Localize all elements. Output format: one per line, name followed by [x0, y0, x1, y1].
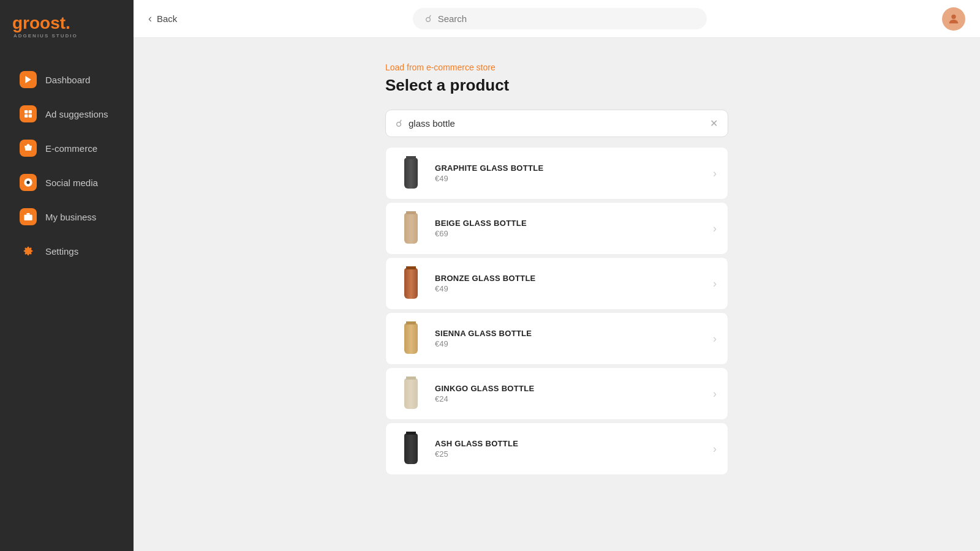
sidebar-label-my-business: My business: [45, 212, 96, 222]
load-from-store-link[interactable]: Load from e-commerce store: [385, 62, 728, 72]
sidebar-label-social-media: Social media: [45, 178, 98, 188]
nav-list: DashboardAd suggestionsE-commerceSocial …: [0, 56, 134, 551]
sidebar-label-dashboard: Dashboard: [45, 75, 90, 85]
settings-icon: [20, 242, 37, 260]
product-info-bronze: BRONZE GLASS BOTTLE€49: [435, 274, 703, 293]
svg-rect-1: [24, 110, 28, 113]
product-search-box: ☌ ✕: [385, 110, 728, 137]
header: ‹ Back ☌: [134, 0, 980, 38]
product-list: GRAPHITE GLASS BOTTLE€49›BEIGE GLASS BOT…: [385, 147, 728, 475]
header-search-input[interactable]: [438, 13, 695, 24]
logo-text: groost.: [12, 15, 121, 32]
product-name-beige: BEIGE GLASS BOTTLE: [435, 219, 703, 228]
back-label: Back: [157, 13, 177, 24]
product-info-sienna: SIENNA GLASS BOTTLE€49: [435, 329, 703, 348]
svg-rect-2: [29, 110, 32, 113]
product-info-beige: BEIGE GLASS BOTTLE€69: [435, 219, 703, 238]
product-price-graphite: €49: [435, 174, 703, 183]
product-item-bronze[interactable]: BRONZE GLASS BOTTLE€49›: [385, 257, 728, 310]
svg-point-8: [951, 14, 956, 18]
product-chevron-bronze: ›: [713, 277, 717, 290]
product-thumb-sienna: [397, 321, 425, 356]
svg-rect-4: [29, 114, 32, 118]
my-business-icon: [20, 208, 37, 225]
product-price-sienna: €49: [435, 339, 703, 348]
product-chevron-sienna: ›: [713, 332, 717, 345]
product-thumb-beige: [397, 211, 425, 246]
product-item-ash[interactable]: ASH GLASS BOTTLE€25›: [385, 422, 728, 475]
sidebar: groost. ADGENIUS STUDIO DashboardAd sugg…: [0, 0, 134, 551]
svg-marker-0: [25, 76, 31, 83]
product-item-sienna[interactable]: SIENNA GLASS BOTTLE€49›: [385, 312, 728, 365]
product-thumb-bronze: [397, 266, 425, 301]
content-inner: Load from e-commerce store Select a prod…: [385, 62, 728, 527]
svg-rect-6: [24, 215, 32, 220]
e-commerce-icon: [20, 140, 37, 157]
product-chevron-beige: ›: [713, 222, 717, 235]
sidebar-item-settings[interactable]: Settings: [6, 234, 127, 268]
product-name-sienna: SIENNA GLASS BOTTLE: [435, 329, 703, 338]
sidebar-label-settings: Settings: [45, 246, 78, 257]
product-name-ash: ASH GLASS BOTTLE: [435, 439, 703, 448]
main-area: ‹ Back ☌ Load from e-commerce store Sele…: [134, 0, 980, 551]
dashboard-icon: [20, 71, 37, 88]
avatar[interactable]: [942, 7, 965, 31]
product-thumb-graphite: [397, 156, 425, 190]
product-thumb-ginkgo: [397, 377, 425, 411]
search-icon: ☌: [425, 13, 432, 24]
product-chevron-ash: ›: [713, 443, 717, 455]
logo-sub: ADGENIUS STUDIO: [12, 33, 121, 39]
sidebar-item-social-media[interactable]: Social media: [6, 166, 127, 199]
back-arrow-icon: ‹: [148, 12, 152, 25]
content-area: Load from e-commerce store Select a prod…: [134, 38, 980, 551]
sidebar-item-my-business[interactable]: My business: [6, 200, 127, 233]
product-thumb-ash: [397, 432, 425, 466]
product-chevron-ginkgo: ›: [713, 388, 717, 400]
product-price-ginkgo: €24: [435, 394, 703, 403]
product-name-graphite: GRAPHITE GLASS BOTTLE: [435, 163, 703, 173]
product-search-icon: ☌: [396, 118, 402, 129]
product-search-input[interactable]: [409, 118, 704, 129]
product-info-ash: ASH GLASS BOTTLE€25: [435, 439, 703, 459]
sidebar-item-ad-suggestions[interactable]: Ad suggestions: [6, 97, 127, 130]
product-item-graphite[interactable]: GRAPHITE GLASS BOTTLE€49›: [385, 147, 728, 200]
product-item-beige[interactable]: BEIGE GLASS BOTTLE€69›: [385, 202, 728, 255]
back-button[interactable]: ‹ Back: [148, 12, 177, 25]
sidebar-item-dashboard[interactable]: Dashboard: [6, 63, 127, 96]
ad-suggestions-icon: [20, 105, 37, 122]
product-name-bronze: BRONZE GLASS BOTTLE: [435, 274, 703, 283]
svg-rect-3: [24, 114, 28, 118]
product-name-ginkgo: GINKGO GLASS BOTTLE: [435, 384, 703, 393]
product-info-graphite: GRAPHITE GLASS BOTTLE€49: [435, 163, 703, 183]
product-price-bronze: €49: [435, 284, 703, 293]
product-info-ginkgo: GINKGO GLASS BOTTLE€24: [435, 384, 703, 403]
header-search-box[interactable]: ☌: [413, 8, 707, 29]
page-title: Select a product: [385, 76, 728, 95]
sidebar-label-ad-suggestions: Ad suggestions: [45, 109, 108, 119]
product-price-ash: €25: [435, 449, 703, 459]
clear-search-icon[interactable]: ✕: [710, 118, 718, 129]
sidebar-item-e-commerce[interactable]: E-commerce: [6, 132, 127, 165]
product-chevron-graphite: ›: [713, 167, 717, 180]
sidebar-label-e-commerce: E-commerce: [45, 143, 97, 154]
social-media-icon: [20, 174, 37, 191]
product-price-beige: €69: [435, 229, 703, 238]
product-item-ginkgo[interactable]: GINKGO GLASS BOTTLE€24›: [385, 367, 728, 420]
logo-area: groost. ADGENIUS STUDIO: [0, 0, 134, 56]
